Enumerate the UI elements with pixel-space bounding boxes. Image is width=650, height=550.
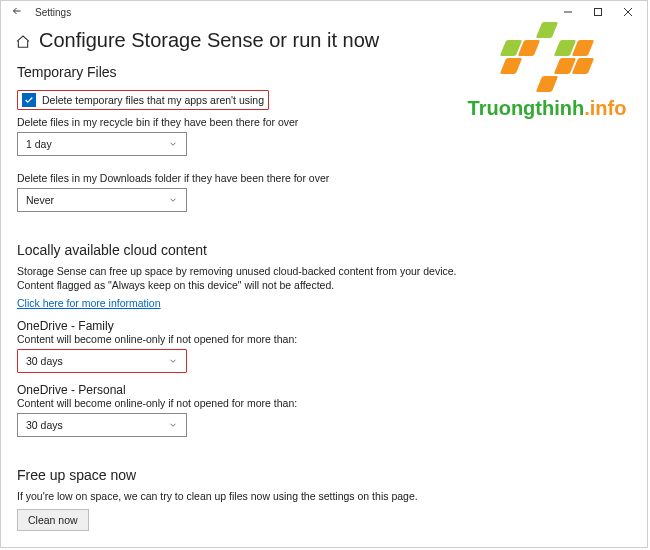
clean-now-button[interactable]: Clean now [17, 509, 89, 531]
close-button[interactable] [613, 1, 643, 23]
downloads-select[interactable]: Never [17, 188, 187, 212]
svg-rect-0 [595, 9, 602, 16]
section-free-up: Free up space now [17, 467, 631, 483]
checkbox-checked-icon [22, 93, 36, 107]
onedrive-personal-value: 30 days [26, 419, 63, 431]
recycle-bin-select[interactable]: 1 day [17, 132, 187, 156]
section-cloud-content: Locally available cloud content [17, 242, 631, 258]
free-up-desc: If you're low on space, we can try to cl… [17, 489, 631, 504]
chevron-down-icon [168, 356, 178, 366]
app-name: Settings [35, 7, 71, 18]
chevron-down-icon [168, 139, 178, 149]
onedrive-family-title: OneDrive - Family [17, 319, 631, 333]
delete-temp-files-label: Delete temporary files that my apps aren… [42, 94, 264, 106]
downloads-label: Delete files in my Downloads folder if t… [17, 172, 631, 184]
onedrive-personal-title: OneDrive - Personal [17, 383, 631, 397]
delete-temp-files-checkbox[interactable]: Delete temporary files that my apps aren… [17, 90, 269, 110]
downloads-value: Never [26, 194, 54, 206]
section-temporary-files: Temporary Files [17, 64, 631, 80]
cloud-desc-line2: Content flagged as "Always keep on this … [17, 279, 631, 291]
onedrive-family-desc: Content will become online-only if not o… [17, 333, 631, 345]
onedrive-family-value: 30 days [26, 355, 63, 367]
cloud-desc-line1: Storage Sense can free up space by remov… [17, 264, 631, 279]
onedrive-personal-select[interactable]: 30 days [17, 413, 187, 437]
title-bar: Settings [1, 1, 647, 23]
home-icon[interactable] [15, 34, 29, 48]
chevron-down-icon [168, 195, 178, 205]
chevron-down-icon [168, 420, 178, 430]
minimize-button[interactable] [553, 1, 583, 23]
recycle-bin-label: Delete files in my recycle bin if they h… [17, 116, 631, 128]
maximize-button[interactable] [583, 1, 613, 23]
back-icon[interactable] [11, 5, 23, 19]
onedrive-family-select[interactable]: 30 days [17, 349, 187, 373]
page-title: Configure Storage Sense or run it now [39, 29, 379, 52]
cloud-more-info-link[interactable]: Click here for more information [17, 297, 161, 309]
onedrive-personal-desc: Content will become online-only if not o… [17, 397, 631, 409]
recycle-bin-value: 1 day [26, 138, 52, 150]
